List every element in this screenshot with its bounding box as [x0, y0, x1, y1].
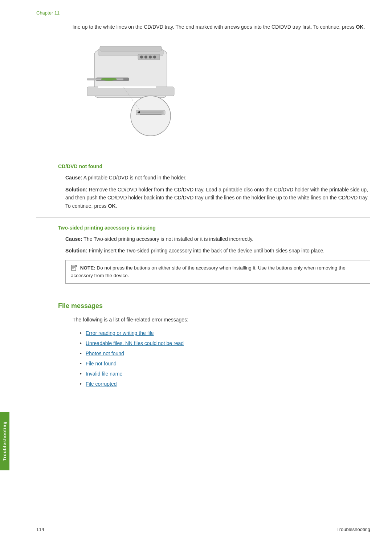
solution-end-1: . [116, 203, 117, 209]
intro-paragraph: line up to the white lines on the CD/DVD… [73, 24, 355, 30]
list-item: Invalid file name [80, 369, 370, 379]
svg-rect-2 [100, 46, 162, 51]
two-sided-cause: Cause: The Two-sided printing accessory … [65, 235, 370, 243]
cd-dvd-heading: CD/DVD not found [58, 163, 370, 169]
svg-rect-15 [138, 111, 163, 114]
intro-text: line up to the white lines on the CD/DVD… [73, 23, 370, 31]
file-messages-intro: The following is a list of file-related … [73, 316, 370, 324]
solution-label-1: Solution: [65, 187, 87, 193]
divider-1 [36, 156, 370, 156]
note-text: Do not press the buttons on either side … [71, 265, 346, 279]
link-file-corrupted[interactable]: File corrupted [86, 381, 117, 387]
file-messages-list: Error reading or writing the file Unread… [80, 328, 370, 389]
svg-point-13 [131, 96, 171, 136]
cause-text-2: The Two-sided printing accessory is not … [83, 236, 253, 242]
solution-bold-1: OK [108, 203, 116, 209]
printer-illustration [73, 40, 196, 141]
solution-label-2: Solution: [65, 248, 87, 254]
svg-point-11 [101, 78, 117, 81]
two-sided-heading: Two-sided printing accessory is missing [58, 225, 370, 231]
sidebar-label: Troubleshooting [0, 412, 9, 470]
divider-2 [36, 217, 370, 218]
list-item: File corrupted [80, 379, 370, 389]
chapter-label: Chapter 11 [36, 10, 370, 16]
svg-point-7 [153, 56, 156, 58]
list-item: Photos not found [80, 348, 370, 358]
two-sided-solution: Solution: Firmly insert the Two-sided pr… [65, 247, 370, 255]
footer-section: Troubleshooting [336, 527, 370, 532]
list-item: Unreadable files. NN files could not be … [80, 338, 370, 348]
file-messages-section: File messages The following is a list of… [36, 302, 370, 389]
note-label: NOTE: [80, 265, 95, 271]
link-photos-not-found[interactable]: Photos not found [86, 350, 124, 356]
page-container: Chapter 11 line up to the white lines on… [0, 0, 392, 543]
svg-point-6 [149, 56, 152, 58]
list-item: File not found [80, 358, 370, 369]
list-item: Error reading or writing the file [80, 328, 370, 338]
cd-dvd-cause: Cause: A printable CD/DVD is not found i… [65, 174, 370, 182]
cd-dvd-section: CD/DVD not found Cause: A printable CD/D… [36, 163, 370, 210]
note-box: NOTE: Do not press the buttons on either… [65, 260, 370, 284]
intro-bold: OK [356, 24, 363, 30]
link-invalid-file-name[interactable]: Invalid file name [86, 371, 122, 377]
link-error-reading[interactable]: Error reading or writing the file [86, 330, 154, 336]
svg-rect-12 [98, 86, 156, 88]
page-footer: 114 Troubleshooting [36, 527, 370, 532]
svg-point-5 [144, 56, 147, 58]
cause-label-2: Cause: [65, 236, 82, 242]
printer-svg [76, 43, 192, 138]
divider-3 [36, 291, 370, 291]
cause-label-1: Cause: [65, 175, 82, 181]
page-number: 114 [36, 527, 44, 532]
svg-point-4 [140, 56, 143, 58]
solution-text-2: Firmly insert the Two-sided printing acc… [89, 248, 325, 254]
link-file-not-found[interactable]: File not found [86, 361, 117, 366]
cause-text-1: A printable CD/DVD is not found in the h… [83, 175, 187, 181]
link-unreadable-files[interactable]: Unreadable files. NN files could not be … [86, 340, 184, 346]
cd-dvd-solution: Solution: Remove the CD/DVD holder from … [65, 186, 370, 210]
file-messages-heading: File messages [58, 302, 370, 310]
note-icon [71, 265, 77, 271]
two-sided-section: Two-sided printing accessory is missing … [36, 225, 370, 284]
svg-rect-24 [75, 265, 77, 267]
